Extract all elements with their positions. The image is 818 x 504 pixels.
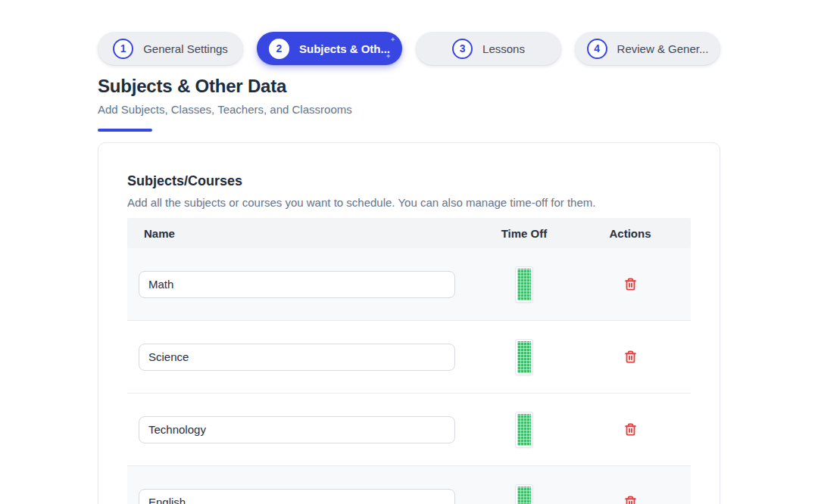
actions-cell (570, 347, 691, 366)
page-title: Subjects & Other Data (98, 76, 720, 97)
delete-subject-button[interactable] (621, 493, 640, 504)
table-row (127, 321, 691, 394)
actions-cell (570, 275, 691, 294)
trash-icon (624, 350, 637, 363)
step-label: Lessons (482, 42, 525, 55)
trash-icon (624, 423, 637, 436)
timeoff-cell (479, 266, 570, 303)
timeoff-cell (479, 484, 570, 504)
timeoff-grid-icon (517, 341, 531, 373)
step-number-badge: 1 (113, 39, 133, 59)
manage-timeoff-button[interactable] (515, 484, 533, 504)
timeoff-grid-icon (517, 414, 531, 446)
trash-icon (624, 278, 637, 291)
wizard-page: 1 General Settings ✦ ✦ 2 Subjects & Oth.… (98, 0, 720, 504)
name-cell (127, 344, 479, 371)
name-cell (127, 416, 479, 443)
step-3[interactable]: 3 Lessons ✦ ✦ (416, 32, 561, 65)
step-1[interactable]: 1 General Settings ✦ ✦ (98, 32, 243, 65)
column-header-name: Name (127, 227, 479, 240)
step-label: General Settings (143, 42, 228, 55)
timeoff-grid-icon (517, 487, 531, 504)
actions-cell (570, 493, 691, 504)
timeoff-grid-icon (517, 269, 531, 300)
accent-underline (98, 129, 152, 132)
step-number-badge: 3 (452, 39, 473, 59)
step-label: Review & Gener... (617, 42, 709, 55)
delete-subject-button[interactable] (621, 420, 640, 439)
manage-timeoff-button[interactable] (515, 412, 533, 448)
subject-name-input[interactable] (139, 344, 455, 371)
page-subtitle: Add Subjects, Classes, Teachers, and Cla… (98, 103, 720, 117)
step-label: Subjects & Oth... (299, 42, 390, 55)
column-header-actions: Actions (570, 227, 691, 240)
step-4[interactable]: 4 Review & Gener... ✦ ✦ (575, 32, 720, 65)
sparkle-icon: ✦ (386, 54, 391, 60)
subject-name-input[interactable] (139, 271, 455, 298)
table-header-row: Name Time Off Actions (127, 218, 691, 248)
timeoff-cell (479, 339, 570, 375)
manage-timeoff-button[interactable] (515, 266, 533, 303)
name-cell (127, 271, 479, 298)
step-2[interactable]: 2 Subjects & Oth... ✦ ✦ (257, 32, 402, 65)
sparkle-icon: ✦ (390, 37, 395, 43)
table-row (127, 248, 691, 321)
manage-timeoff-button[interactable] (515, 339, 533, 375)
name-cell (127, 489, 479, 504)
subjects-card: Subjects/Courses Add all the subjects or… (98, 142, 720, 504)
table-row (127, 466, 691, 504)
table-row (127, 394, 691, 466)
actions-cell (570, 420, 691, 439)
subject-name-input[interactable] (139, 416, 455, 443)
table-body (127, 248, 691, 504)
stepper: 1 General Settings ✦ ✦ 2 Subjects & Oth.… (98, 32, 720, 65)
section-description: Add all the subjects or courses you want… (127, 196, 691, 210)
step-number-badge: 2 (269, 39, 289, 59)
section-title: Subjects/Courses (127, 173, 691, 189)
subjects-table: Name Time Off Actions (127, 218, 691, 504)
subject-name-input[interactable] (139, 489, 455, 504)
trash-icon (624, 496, 637, 504)
delete-subject-button[interactable] (621, 347, 640, 366)
column-header-timeoff: Time Off (479, 227, 570, 240)
delete-subject-button[interactable] (621, 275, 640, 294)
timeoff-cell (479, 412, 570, 448)
step-number-badge: 4 (587, 39, 607, 59)
